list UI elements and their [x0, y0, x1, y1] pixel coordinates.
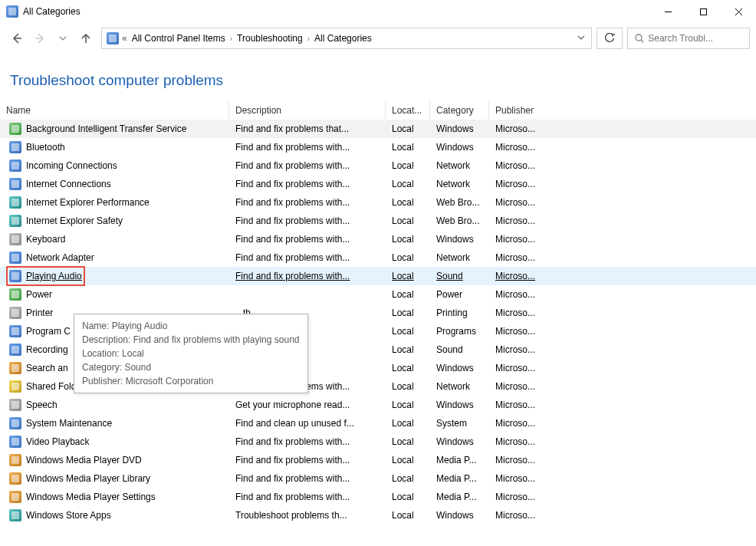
column-header-description[interactable]: Description [229, 101, 386, 120]
item-icon [9, 509, 21, 521]
column-header-location[interactable]: Locat... [386, 101, 430, 120]
table-row[interactable]: Internet Explorer SafetyFind and fix pro… [0, 212, 756, 230]
item-publisher: Microso... [489, 473, 552, 484]
minimize-icon [664, 8, 672, 16]
item-name: Bluetooth [26, 142, 65, 153]
arrow-up-icon [80, 32, 92, 44]
item-location: Local [386, 492, 430, 502]
item-location: Local [386, 326, 430, 337]
table-row[interactable]: Windows Media Player DVDFind and fix pro… [0, 451, 756, 469]
item-location: Local [386, 160, 430, 171]
item-category: Sound [430, 344, 489, 355]
item-description: Find and fix problems with... [229, 492, 386, 502]
table-row[interactable]: Network AdapterFind and fix problems wit… [0, 248, 756, 267]
maximize-icon [699, 8, 708, 16]
item-publisher: Microso... [489, 344, 552, 355]
breadcrumb-item[interactable]: All Control Panel Items [129, 28, 228, 48]
item-location: Local [386, 400, 430, 410]
table-row[interactable]: Internet Explorer PerformanceFind and fi… [0, 193, 756, 212]
item-category: Network [430, 179, 489, 189]
breadcrumb-item[interactable]: Troubleshooting [234, 28, 306, 48]
table-row[interactable]: BluetoothFind and fix problems with...Lo… [0, 138, 756, 156]
table-row[interactable]: Incoming ConnectionsFind and fix problem… [0, 156, 756, 175]
item-category: Windows [430, 510, 489, 521]
table-row[interactable]: Windows Media Player LibraryFind and fix… [0, 469, 756, 488]
chevron-down-icon [59, 35, 67, 42]
maximize-button[interactable] [685, 0, 721, 23]
address-icon [107, 32, 119, 44]
column-header-category[interactable]: Category [430, 101, 489, 120]
address-dropdown[interactable] [573, 34, 590, 43]
item-description: Get your microphone read... [229, 400, 386, 410]
minimize-button[interactable] [650, 0, 685, 23]
table-row[interactable]: SpeechGet your microphone read...LocalWi… [0, 396, 756, 414]
item-icon [9, 252, 21, 264]
item-icon [9, 233, 21, 245]
item-name: Incoming Connections [26, 160, 117, 171]
nav-forward-button[interactable] [29, 28, 51, 49]
item-category: Media P... [430, 473, 489, 484]
close-button[interactable] [721, 0, 756, 23]
table-row[interactable]: PowerLocalPowerMicroso... [0, 285, 756, 304]
item-category: System [430, 418, 489, 429]
item-location: Local [386, 510, 430, 521]
item-category: Windows [430, 436, 489, 447]
svg-line-8 [641, 40, 643, 43]
tooltip-cat: Sound [124, 362, 151, 373]
item-location: Local [386, 363, 430, 373]
table-row[interactable]: Internet ConnectionsFind and fix problem… [0, 175, 756, 193]
item-publisher: Microso... [489, 400, 552, 410]
item-publisher: Microso... [489, 179, 552, 189]
item-publisher: Microso... [489, 455, 552, 465]
nav-recent-button[interactable] [52, 28, 74, 49]
window-title: All Categories [23, 6, 81, 17]
item-location: Local [386, 215, 430, 226]
item-category: Windows [430, 123, 489, 134]
item-description: Find and clean up unused f... [229, 418, 386, 429]
chevron-right-icon: › [228, 35, 234, 43]
nav-up-button[interactable] [75, 28, 97, 49]
item-location: Local [386, 308, 430, 318]
item-description: Find and fix problems with... [229, 197, 386, 208]
item-name: Power [26, 289, 52, 300]
table-row[interactable]: KeyboardFind and fix problems with...Loc… [0, 230, 756, 248]
item-category: Web Bro... [430, 215, 489, 226]
nav-back-button[interactable] [6, 28, 28, 49]
item-location: Local [386, 289, 430, 300]
tooltip: Name: Playing Audio Description: Find an… [74, 314, 308, 393]
item-icon [9, 454, 21, 466]
item-location: Local [386, 381, 430, 392]
table-row[interactable]: Windows Media Player SettingsFind and fi… [0, 488, 756, 506]
item-description: Find and fix problems with... [229, 179, 386, 189]
item-location: Local [386, 142, 430, 153]
item-description: Find and fix problems with... [229, 436, 386, 447]
column-header-name[interactable]: Name [0, 101, 229, 120]
item-name: Windows Media Player DVD [26, 455, 142, 465]
item-publisher: Microso... [489, 160, 552, 171]
item-name: System Maintenance [26, 418, 112, 429]
search-input[interactable] [648, 33, 743, 44]
table-row[interactable]: Video PlaybackFind and fix problems with… [0, 433, 756, 451]
search-box[interactable] [627, 28, 750, 49]
item-location: Local [386, 197, 430, 208]
item-publisher: Microso... [489, 326, 552, 337]
window-icon [6, 5, 18, 18]
table-row[interactable]: Playing AudioFind and fix problems with.… [0, 267, 756, 285]
refresh-icon [604, 33, 615, 44]
address-bar[interactable]: « All Control Panel Items › Troubleshoot… [101, 28, 592, 49]
tooltip-desc: Find and fix problems with playing sound [133, 334, 300, 345]
item-icon [9, 436, 21, 448]
refresh-button[interactable] [597, 28, 623, 49]
table-row[interactable]: Windows Store AppsTroubleshoot problems … [0, 506, 756, 525]
item-name: Background Intelligent Transfer Service [26, 123, 186, 134]
tooltip-pub: Microsoft Corporation [126, 376, 214, 386]
breadcrumb-item[interactable]: All Categories [311, 28, 375, 48]
table-row[interactable]: System MaintenanceFind and clean up unus… [0, 414, 756, 433]
item-publisher: Microso... [489, 142, 552, 153]
tooltip-cat-label: Category: [82, 362, 122, 373]
item-category: Sound [430, 271, 489, 281]
item-icon [9, 362, 21, 374]
table-row[interactable]: Background Intelligent Transfer ServiceF… [0, 120, 756, 138]
item-location: Local [386, 473, 430, 484]
column-header-publisher[interactable]: Publisher [489, 101, 552, 120]
